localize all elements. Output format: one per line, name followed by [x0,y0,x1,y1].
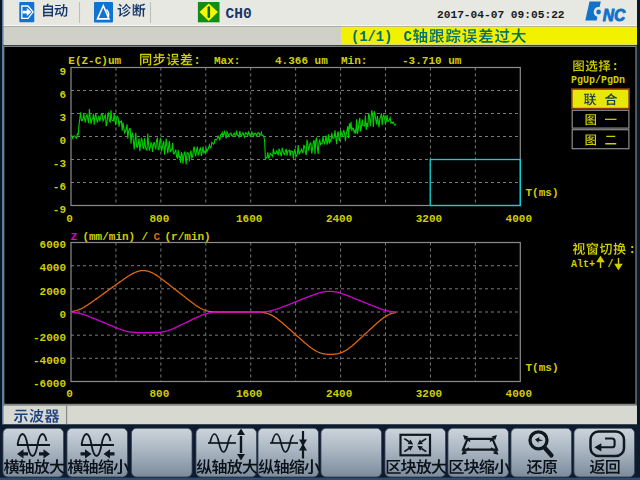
svg-text:-9: -9 [53,204,66,216]
svg-text:-3.710 um: -3.710 um [402,55,462,67]
svg-text::: : [194,54,201,68]
svg-text:-4000: -4000 [33,355,66,367]
svg-text:T(ms): T(ms) [526,187,559,199]
svg-text:6: 6 [59,89,66,101]
svg-text:(mm/min): (mm/min) [82,231,135,243]
svg-text:Max:: Max: [214,55,240,67]
svg-text:CH0: CH0 [226,6,252,22]
svg-text:-6: -6 [53,181,66,193]
svg-text:6000: 6000 [40,239,66,251]
svg-text:0: 0 [66,388,73,400]
svg-text:4.366 um: 4.366 um [275,55,328,67]
svg-text:-3: -3 [53,158,67,170]
svg-text:2000: 2000 [40,286,66,298]
svg-text:NC: NC [603,6,627,24]
svg-text:0: 0 [59,135,66,147]
svg-text::: : [612,60,619,74]
svg-text:2400: 2400 [326,213,352,225]
svg-text:Min:: Min: [341,55,367,67]
svg-text::: : [629,243,636,257]
svg-text:Z: Z [71,231,78,243]
svg-text:C: C [154,231,161,243]
svg-text:800: 800 [149,388,169,400]
svg-text:2017-04-07 09:05:22: 2017-04-07 09:05:22 [437,9,565,21]
svg-text:1600: 1600 [236,388,262,400]
svg-text:-2000: -2000 [33,332,66,344]
svg-text:E(Z-C)um: E(Z-C)um [68,55,121,67]
svg-text:3200: 3200 [416,388,442,400]
svg-text:3: 3 [59,112,66,124]
svg-text:/: / [142,231,149,243]
svg-text:9: 9 [59,66,66,78]
svg-text:-6000: -6000 [33,378,66,390]
svg-text:PgUp/PgDn: PgUp/PgDn [571,75,625,86]
svg-text:0: 0 [59,309,66,321]
svg-text:T(ms): T(ms) [526,362,559,374]
svg-text:0: 0 [66,213,73,225]
svg-text:/: / [608,259,614,270]
svg-text:4000: 4000 [506,388,532,400]
svg-text:Alt+: Alt+ [571,259,595,270]
svg-text:4000: 4000 [506,213,532,225]
svg-text:4000: 4000 [40,262,66,274]
svg-text:2400: 2400 [326,388,352,400]
svg-text:3200: 3200 [416,213,442,225]
svg-text:1600: 1600 [236,213,262,225]
svg-text:(r/min): (r/min) [165,231,211,243]
svg-text:800: 800 [149,213,169,225]
svg-text:(1/1): (1/1) [351,30,392,45]
svg-text:C: C [404,30,412,45]
